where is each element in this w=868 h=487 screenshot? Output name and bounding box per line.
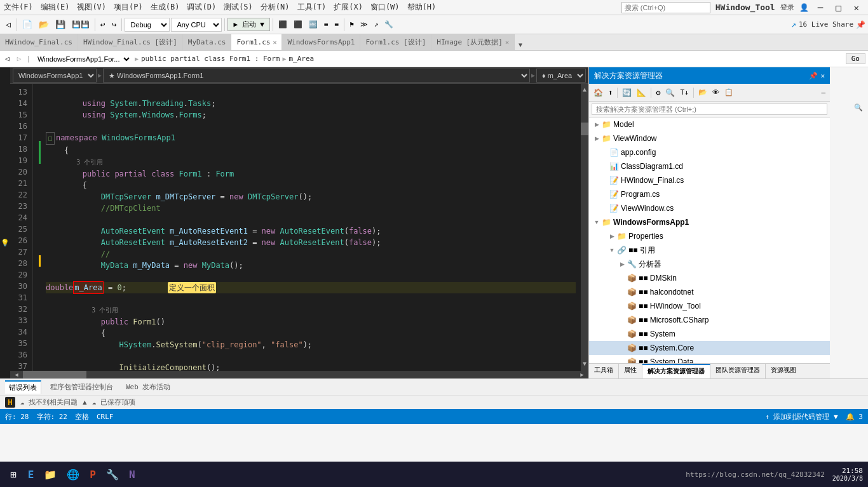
taskbar-chrome[interactable]: 🌐 (63, 466, 83, 483)
code-file-select[interactable]: WindowsFormsApp1 (13, 69, 97, 83)
panel-pin[interactable]: 📌 (809, 72, 818, 80)
toolbar-more4[interactable]: ≡ (322, 19, 331, 30)
se-toolbar-more[interactable]: 🔍 (663, 88, 677, 98)
taskbar-winforms-icon[interactable]: 🔧 (102, 466, 123, 483)
toolbar-more3[interactable]: 🔤 (306, 19, 320, 30)
se-toolbar-showhide[interactable]: 👁 (710, 88, 721, 97)
panel-close[interactable]: ✕ (820, 72, 825, 80)
panel-tab-solution[interactable]: 解决方案资源管理器 (642, 364, 710, 378)
tree-item-system-core[interactable]: 📦 ■■ System.Core (589, 341, 830, 355)
taskbar-edge[interactable]: E (24, 466, 38, 483)
code-class-select[interactable]: ★ WindowsFormsApp1.Form1 (103, 69, 530, 83)
menu-extensions[interactable]: 扩展(X) (330, 1, 367, 14)
debug-mode-select[interactable]: Debug Release (125, 18, 170, 32)
taskbar-explorer[interactable]: 📁 (40, 466, 60, 483)
tab-hwindow-final[interactable]: HWindow_Final.cs (0, 34, 78, 50)
tab-mydata[interactable]: MyData.cs (183, 34, 232, 50)
tree-item-system-data[interactable]: 📦 ■■ System.Data (589, 355, 830, 363)
menu-analyze[interactable]: 分析(N) (257, 1, 294, 14)
code-content[interactable]: using System.Threading.Tasks; using Syst… (41, 84, 581, 371)
tree-item-model[interactable]: ▶ 📁 Model (589, 117, 830, 131)
toolbar-more9[interactable]: 🔧 (382, 19, 396, 30)
toolbar-more8[interactable]: ↗ (372, 19, 381, 30)
tree-item-properties[interactable]: ▶ 📁 Properties (589, 229, 830, 243)
panel-tab-resources[interactable]: 资源视图 (766, 364, 801, 378)
code-member-select[interactable]: ♦ m_Area (536, 69, 586, 83)
user-icon[interactable]: 👤 (799, 3, 809, 12)
taskbar-powerpoint[interactable]: P (86, 466, 100, 483)
tab-form1-design[interactable]: Form1.cs [设计] (360, 34, 431, 50)
toolbar-save[interactable]: 💾 (53, 18, 68, 30)
platform-select[interactable]: Any CPU (171, 18, 222, 32)
menu-test[interactable]: 测试(S) (220, 1, 257, 14)
error-list-tab[interactable]: 错误列表 (5, 380, 41, 394)
tab-hwindow-final-design[interactable]: HWindow_Final.cs [设计] (78, 34, 183, 50)
start-btn[interactable]: ▶ 启动 ▼ (227, 18, 270, 31)
tree-item-hwindow-tool[interactable]: 📦 ■■ HWindow_Tool (589, 299, 830, 313)
code-hscroll[interactable]: ◀ ▶ (10, 371, 588, 378)
tree-item-analyzer[interactable]: ▶ 🔧 分析器 (589, 257, 830, 271)
menu-help[interactable]: 帮助(H) (403, 1, 440, 14)
menu-edit[interactable]: 编辑(E) (37, 1, 74, 14)
tree-item-program[interactable]: 📝 Program.cs (589, 187, 830, 201)
tab-form1-active[interactable]: Form1.cs ✕ (231, 34, 282, 50)
minimize-btn[interactable]: ─ (814, 3, 827, 13)
menu-debug[interactable]: 调试(D) (183, 1, 220, 14)
taskbar-vs-icon[interactable]: N (125, 466, 139, 483)
toolbar-new[interactable]: 📄 (20, 18, 35, 30)
menu-view[interactable]: 视图(V) (73, 1, 110, 14)
panel-tab-toolbox[interactable]: 工具箱 (589, 364, 619, 378)
tree-item-viewwindow[interactable]: ▶ 📁 ViewWindow (589, 131, 830, 145)
se-toolbar-filter[interactable]: T↓ (678, 88, 690, 97)
toolbar-saveall[interactable]: 💾💾 (69, 19, 92, 30)
live-share-btn[interactable]: 16 Live Share (799, 20, 853, 29)
tree-item-viewwindow-cs[interactable]: 📝 ViewWindow.cs (589, 201, 830, 215)
breadcrumb-namespace-select[interactable]: WindowsFormsApp1.For... (33, 54, 132, 64)
add-to-source-btn[interactable]: ↑ 添加到源代码管理 ▼ (765, 412, 838, 422)
nav-forward[interactable]: ▷ (15, 53, 24, 64)
se-toolbar-openedfiles[interactable]: 📂 (696, 88, 709, 97)
maximize-btn[interactable]: □ (832, 3, 844, 13)
toolbar-redo[interactable]: ↪ (109, 18, 119, 30)
toolbar-more5[interactable]: ≡ (332, 19, 342, 30)
taskbar-start[interactable]: ⊞ (5, 466, 22, 483)
toolbar-pin[interactable]: 📌 (856, 20, 865, 29)
tree-item-microsoft-csharp[interactable]: 📦 ■■ Microsoft.CSharp (589, 313, 830, 327)
tab-himage[interactable]: HImage [从元数据] ✕ (431, 34, 515, 50)
toolbar-more6[interactable]: ⚑ (347, 19, 356, 30)
tab-close-form1[interactable]: ✕ (273, 39, 276, 46)
toolbar-more7[interactable]: ≫ (358, 19, 370, 30)
tree-item-references[interactable]: ▼ 🔗 ■■ 引用 (589, 243, 830, 257)
toolbar-btn-1[interactable]: ◁ (3, 18, 14, 31)
se-toolbar-refresh[interactable]: 🔄 (620, 88, 634, 98)
panel-tab-team[interactable]: 团队资源管理器 (710, 364, 766, 378)
web-publish-tab[interactable]: Web 发布活动 (122, 381, 175, 393)
tree-item-dmskin[interactable]: 📦 ■■ DMSkin (589, 271, 830, 285)
close-btn[interactable]: ✕ (850, 3, 863, 13)
global-search[interactable] (621, 2, 710, 13)
menu-file[interactable]: 文件(F) (0, 1, 37, 14)
panel-tab-properties[interactable]: 属性 (619, 364, 642, 378)
login-text[interactable]: 登录 (780, 3, 794, 12)
toolbar-more[interactable]: ⬛ (276, 19, 290, 30)
tree-item-appconfig[interactable]: 📄 app.config (589, 145, 830, 159)
tree-item-winformsapp1[interactable]: ▼ 📁 WindowsFormsApp1 (589, 215, 830, 229)
se-toolbar-home[interactable]: 🏠 (592, 88, 605, 98)
nav-back[interactable]: ◁ (3, 53, 12, 64)
se-search[interactable] (592, 103, 827, 115)
menu-window[interactable]: 窗口(W) (367, 1, 403, 14)
menu-project[interactable]: 项目(P) (110, 1, 147, 14)
tab-close-himage[interactable]: ✕ (505, 39, 509, 46)
go-btn[interactable]: Go (846, 53, 865, 64)
tab-windowsformsapp1[interactable]: WindowsFormsApp1 (282, 34, 360, 50)
se-toolbar-properties[interactable]: 📋 (722, 88, 735, 97)
se-toolbar-up[interactable]: ⬆ (606, 88, 614, 98)
menu-build[interactable]: 生成(B) (147, 1, 184, 14)
tab-overflow[interactable]: ▼ (515, 39, 526, 50)
tree-item-classdiagram[interactable]: 📊 ClassDiagram1.cd (589, 159, 830, 173)
toolbar-open[interactable]: 📂 (36, 18, 51, 30)
code-vscroll[interactable]: ▲ ▼ (581, 84, 588, 371)
menu-tools[interactable]: 工具(T) (294, 1, 330, 14)
notification-count[interactable]: 🔔 3 (846, 413, 863, 421)
se-toolbar-collapse[interactable]: 📐 (635, 88, 648, 98)
